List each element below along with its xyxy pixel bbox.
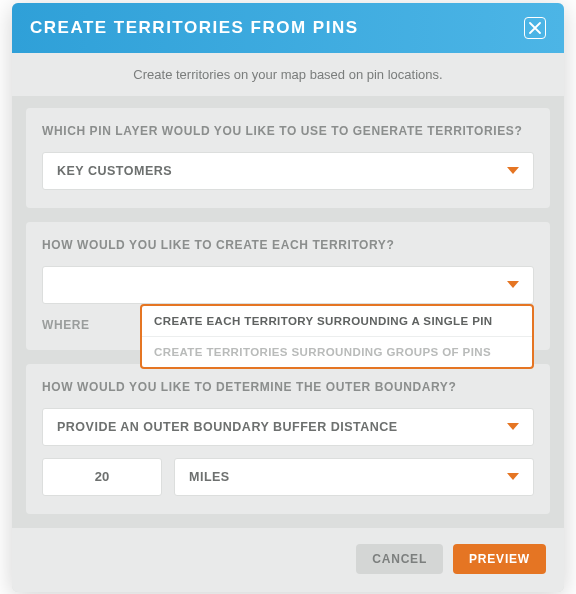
chevron-down-icon: [507, 167, 519, 174]
section-boundary: HOW WOULD YOU LIKE TO DETERMINE THE OUTE…: [26, 364, 550, 514]
modal-title: CREATE TERRITORIES FROM PINS: [30, 18, 359, 38]
modal-footer: CANCEL PREVIEW: [12, 528, 564, 592]
close-button[interactable]: [524, 17, 546, 39]
modal-body: WHICH PIN LAYER WOULD YOU LIKE TO USE TO…: [12, 96, 564, 514]
preview-button[interactable]: PREVIEW: [453, 544, 546, 574]
pin-layer-selected: KEY CUSTOMERS: [57, 164, 172, 178]
close-icon: [529, 22, 541, 34]
option-groups-of-pins[interactable]: CREATE TERRITORIES SURROUNDING GROUPS OF…: [142, 336, 532, 367]
option-single-pin[interactable]: CREATE EACH TERRITORY SURROUNDING A SING…: [142, 306, 532, 336]
boundary-label: HOW WOULD YOU LIKE TO DETERMINE THE OUTE…: [42, 380, 534, 394]
modal-header: CREATE TERRITORIES FROM PINS: [12, 3, 564, 53]
chevron-down-icon: [507, 473, 519, 480]
pin-layer-label: WHICH PIN LAYER WOULD YOU LIKE TO USE TO…: [42, 124, 534, 138]
section-create-method: HOW WOULD YOU LIKE TO CREATE EACH TERRIT…: [26, 222, 550, 350]
unit-selected: MILES: [189, 470, 230, 484]
create-method-dropdown: CREATE EACH TERRITORY SURROUNDING A SING…: [140, 304, 534, 369]
unit-select[interactable]: MILES: [174, 458, 534, 496]
create-method-select[interactable]: [42, 266, 534, 304]
section-pin-layer: WHICH PIN LAYER WOULD YOU LIKE TO USE TO…: [26, 108, 550, 208]
chevron-down-icon: [507, 281, 519, 288]
modal-subtitle: Create territories on your map based on …: [12, 53, 564, 96]
pin-layer-select[interactable]: KEY CUSTOMERS: [42, 152, 534, 190]
create-territories-modal: CREATE TERRITORIES FROM PINS Create terr…: [12, 3, 564, 592]
boundary-distance-row: MILES: [42, 458, 534, 496]
chevron-down-icon: [507, 423, 519, 430]
create-method-label: HOW WOULD YOU LIKE TO CREATE EACH TERRIT…: [42, 238, 534, 252]
boundary-method-selected: PROVIDE AN OUTER BOUNDARY BUFFER DISTANC…: [57, 420, 398, 434]
boundary-method-select[interactable]: PROVIDE AN OUTER BOUNDARY BUFFER DISTANC…: [42, 408, 534, 446]
distance-input[interactable]: [42, 458, 162, 496]
cancel-button[interactable]: CANCEL: [356, 544, 443, 574]
